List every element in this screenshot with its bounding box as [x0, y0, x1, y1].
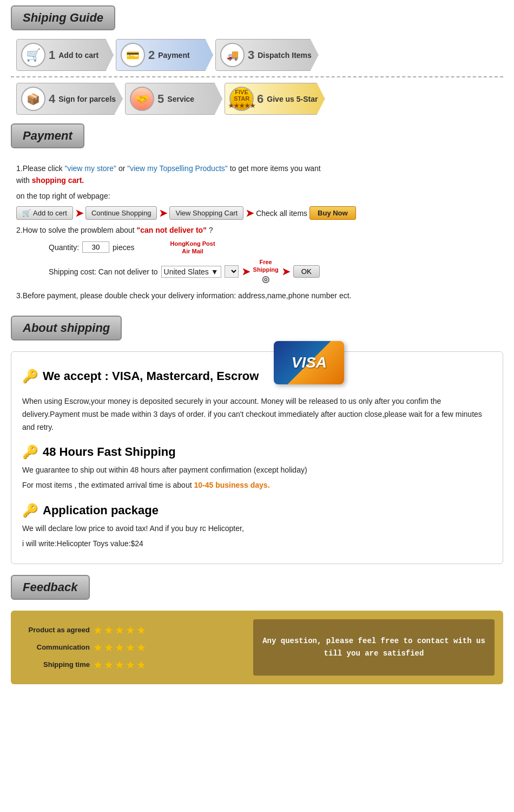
feedback-section: Feedback Product as agreed ★★★★★ Communi…	[0, 569, 514, 684]
feedback-ratings: Product as agreed ★★★★★ Communication ★★…	[19, 619, 248, 676]
step-4-label: Sign for parcels	[58, 95, 116, 103]
payment-content: 1.Please click "view my store" or "view …	[0, 154, 514, 310]
arrow-icon-2: ➤	[159, 207, 167, 219]
step-1: 🛒 1 Add to cart	[16, 39, 114, 71]
add-to-cart-button[interactable]: 🛒 Add to cert	[16, 206, 73, 220]
about-shipping-section: About shipping 🔑 We accept : VISA, Maste…	[0, 310, 514, 564]
key-icon: 🔑	[22, 369, 38, 384]
payment-step1-text4: with	[16, 176, 32, 185]
arrow-icon-5: ➤	[282, 266, 290, 278]
quantity-input[interactable]	[82, 241, 109, 253]
quantity-row: Quantity: pieces HongKong Post Air Mail	[49, 240, 498, 256]
app-para1: We will declare low price to avoid tax! …	[22, 522, 492, 535]
rating2-stars: ★★★★★	[93, 641, 147, 654]
shipping-guide-section: Shiping Guide 🛒 1 Add to cart 💳 2 Paymen…	[0, 0, 514, 118]
step-6-label: Give us 5-Star	[267, 95, 318, 103]
step-4-number: 4	[49, 92, 55, 106]
rating-row-1: Product as agreed ★★★★★	[19, 624, 248, 637]
key-icon-3: 🔑	[22, 503, 38, 518]
free-line1: Free	[260, 259, 272, 265]
feedback-right-panel: Any question, please feel free to contac…	[253, 619, 495, 676]
rating-row-2: Communication ★★★★★	[19, 641, 248, 654]
ok-button[interactable]: OK	[293, 265, 320, 278]
step-2: 💳 2 Payment	[116, 39, 213, 71]
country-value: United Slates	[164, 267, 209, 276]
fast-shipping-text: We guarantee to ship out within 48 hours…	[22, 464, 492, 492]
view-cart-button[interactable]: View Shopping Cart	[169, 206, 243, 220]
arrow-icon-3: ➤	[246, 207, 254, 219]
app-text: We will declare low price to avoid tax! …	[22, 522, 492, 551]
step-3-label: Dispatch Items	[258, 51, 312, 60]
payment-step2-red: "can not deliver to"	[137, 226, 207, 234]
hk-post-line1: HongKong Post	[170, 240, 215, 247]
free-shipping-label: Free Shipping ◎	[253, 258, 279, 285]
payment-link1[interactable]: "view my store"	[64, 164, 116, 173]
buy-now-button[interactable]: Buy Now	[309, 206, 356, 220]
step-3: 🚚 3 Dispatch Items	[215, 39, 319, 71]
qty-unit: pieces	[113, 243, 134, 252]
payment-step1-text1: 1.Please click	[16, 164, 64, 173]
step-5: 🤝 5 Service	[125, 83, 222, 115]
step-5-icon: 🤝	[130, 87, 154, 111]
add-to-cart-label: Add to cert	[33, 209, 67, 217]
shipping-arrows: ➤	[242, 266, 250, 278]
step-6-icon: FIVESTAR★★★★★	[229, 87, 254, 111]
step-2-number: 2	[148, 48, 155, 62]
step-5-number: 5	[157, 92, 164, 106]
app-title-row: 🔑 Application package	[22, 503, 492, 518]
dashed-separator-1	[11, 76, 503, 77]
arrow-icon-4: ➤	[242, 266, 250, 278]
rating3-stars: ★★★★★	[93, 658, 147, 671]
step-2-label: Payment	[158, 51, 189, 60]
about-shipping-box: 🔑 We accept : VISA, Mastercard, Escrow V…	[11, 351, 503, 564]
hk-post-line2: Air Mail	[182, 248, 203, 254]
payment-step2-end: ?	[209, 226, 213, 234]
country-dropdown-icon[interactable]: ▼	[211, 267, 219, 276]
steps-row-2: 📦 4 Sign for parcels 🤝 5 Service FIVESTA…	[0, 80, 514, 118]
step-3-number: 3	[248, 48, 254, 62]
arrow-1: ➤	[75, 207, 83, 219]
feedback-header: Feedback	[11, 575, 90, 600]
payment-step1-para: 1.Please click "view my store" or "view …	[16, 162, 498, 187]
cart-icon: 🛒	[22, 209, 31, 217]
radio-icon: ◎	[262, 274, 269, 284]
arrow-3: ➤	[246, 207, 254, 219]
fast-shipping-para2: For most items , the extimated arrival t…	[22, 479, 492, 492]
payment-step2-para: 2.How to solve the prowblem about "can n…	[16, 224, 498, 236]
fast-shipping-title-row: 🔑 48 Hours Fast Shipping	[22, 444, 492, 460]
payment-link2[interactable]: "view my Topselling Products"	[127, 164, 228, 173]
continue-shopping-button[interactable]: Continue Shopping	[85, 206, 157, 220]
free-line2: Shipping	[253, 266, 279, 273]
fast-shipping-red: 10-45 business days.	[194, 481, 269, 489]
step-1-icon: 🛒	[21, 43, 45, 67]
rating1-stars: ★★★★★	[93, 624, 147, 637]
payment-link3[interactable]: shopping cart.	[32, 176, 84, 185]
steps-row-1: 🛒 1 Add to cart 💳 2 Payment 🚚 3 Dispatch…	[0, 36, 514, 74]
continue-shopping-label: Continue Shopping	[91, 209, 151, 217]
arrow-2: ➤	[159, 207, 167, 219]
payment-step3-para: 3.Before payment, please double check yo…	[16, 290, 498, 302]
check-all-items-label: Check all items	[256, 209, 307, 218]
step-4-icon: 📦	[21, 87, 45, 111]
qty-label: Quantity:	[49, 243, 79, 252]
step-6: FIVESTAR★★★★★ 6 Give us 5-Star	[225, 83, 325, 115]
shipping-arrow2: ➤	[282, 266, 290, 278]
rating-row-3: Shipping time ★★★★★	[19, 658, 248, 671]
accept-title-text: We accept : VISA, Mastercard, Escrow	[43, 369, 259, 383]
rating2-label: Communication	[19, 643, 90, 651]
step-4: 📦 4 Sign for parcels	[16, 83, 123, 115]
payment-step1-text5: on the top right of webpage:	[16, 190, 498, 202]
payment-button-row: 🛒 Add to cert ➤ Continue Shopping ➤ View…	[16, 206, 498, 220]
step-5-label: Service	[167, 95, 194, 103]
step-6-number: 6	[257, 92, 263, 106]
payment-step1-text3: to get more items you want	[230, 164, 321, 173]
payment-step2-text: 2.How to solve the prowblem about	[16, 226, 137, 234]
step-3-icon: 🚚	[220, 43, 245, 67]
step-1-number: 1	[49, 48, 55, 62]
key-icon-2: 🔑	[22, 444, 38, 460]
country-select[interactable]: United Slates ▼	[161, 266, 221, 278]
fast-shipping-text2: For most items , the extimated arrival t…	[22, 481, 194, 489]
shipping-dropdown[interactable]	[225, 265, 239, 278]
accept-title-row: 🔑 We accept : VISA, Mastercard, Escrow V…	[22, 363, 492, 390]
app-para2: i will write:Helicopter Toys value:$24	[22, 538, 492, 551]
